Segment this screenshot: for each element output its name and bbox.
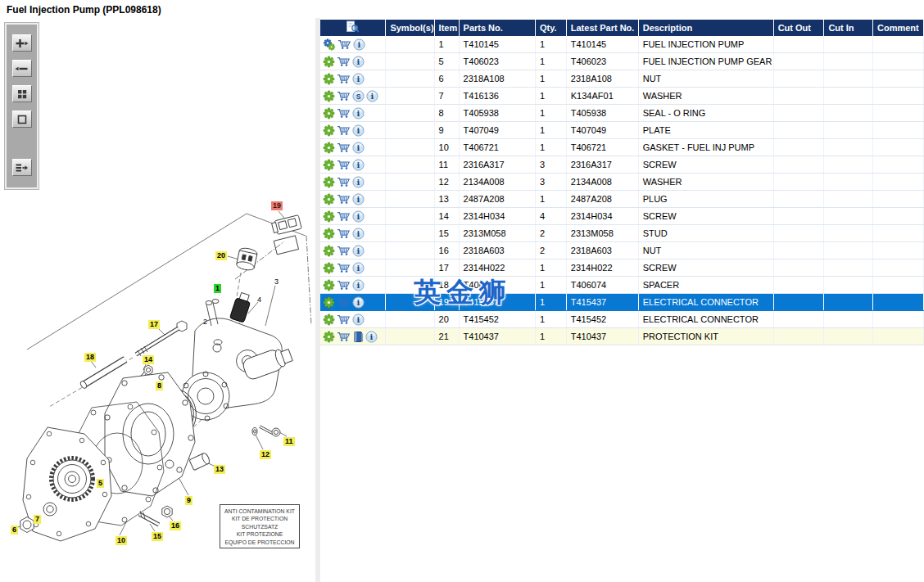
info-icon[interactable]: i — [353, 38, 365, 51]
col-header-qty[interactable]: Qty. — [535, 20, 566, 36]
add-to-cart-icon[interactable] — [337, 279, 351, 291]
options-gear-icon[interactable] — [323, 210, 335, 223]
add-to-cart-icon[interactable] — [337, 142, 351, 154]
options-gear-icon[interactable] — [323, 56, 335, 68]
callout-7[interactable]: 7 — [34, 515, 41, 524]
options-gear-icon[interactable] — [323, 331, 335, 343]
single-view-button[interactable] — [12, 111, 32, 128]
tile-view-button[interactable] — [12, 85, 32, 102]
parts-row-20[interactable]: i 20T4154521T415452ELECTRICAL CONNECTOR — [320, 311, 924, 328]
options-gear-icon[interactable] — [323, 142, 335, 154]
parts-row-18[interactable]: i 18T4060741T406074SPACER — [320, 277, 924, 294]
zoom-in-button[interactable] — [12, 34, 32, 52]
add-to-cart-icon[interactable] — [337, 193, 351, 205]
info-icon[interactable]: i — [352, 245, 365, 257]
info-icon[interactable]: i — [352, 228, 365, 240]
add-to-cart-icon[interactable] — [337, 245, 351, 257]
col-header-cut-in[interactable]: Cut In — [824, 20, 873, 36]
info-icon[interactable]: i — [352, 193, 365, 205]
options-gear-icon[interactable] — [323, 176, 335, 188]
info-icon[interactable]: i — [352, 176, 365, 188]
supersession-badge-icon[interactable]: S — [352, 90, 365, 102]
parts-row-14[interactable]: i 142314H03442314H034SCREW — [320, 208, 924, 225]
parts-row-17[interactable]: i 172314H02212314H022SCREW — [320, 259, 924, 277]
options-gear-icon[interactable] — [323, 90, 335, 102]
info-icon[interactable]: i — [352, 210, 365, 223]
info-icon[interactable]: i — [352, 314, 365, 326]
add-to-cart-icon[interactable] — [337, 56, 351, 68]
col-header-cut-out[interactable]: Cut Out — [773, 20, 824, 36]
callout-15[interactable]: 15 — [152, 532, 163, 541]
callout-13[interactable]: 13 — [214, 465, 225, 474]
col-header-description[interactable]: Description — [638, 20, 773, 36]
add-to-cart-icon[interactable] — [337, 296, 351, 309]
info-icon[interactable]: i — [365, 331, 378, 343]
add-to-cart-icon[interactable] — [337, 331, 351, 343]
info-icon[interactable]: i — [352, 159, 365, 171]
callout-3[interactable]: 3 — [273, 277, 280, 286]
callout-9[interactable]: 9 — [185, 496, 192, 505]
info-icon[interactable]: i — [352, 56, 365, 68]
parts-row-21[interactable]: i 21T4104371T410437PROTECTION KIT — [320, 328, 924, 345]
options-gear-icon[interactable] — [323, 193, 335, 205]
parts-row-13[interactable]: i 132487A20812487A208PLUG — [320, 191, 924, 208]
parts-row-5[interactable]: i 5T4060231T406023FUEL INJECTION PUMP GE… — [320, 53, 924, 70]
info-icon[interactable]: i — [352, 279, 365, 291]
options-gear-icon[interactable] — [323, 279, 335, 291]
send-to-list-button[interactable] — [12, 159, 32, 176]
add-to-cart-icon[interactable] — [337, 90, 351, 102]
options-gear-icon[interactable] — [323, 296, 335, 309]
callout-11[interactable]: 11 — [283, 437, 295, 446]
options-gear-icon[interactable] — [323, 107, 335, 120]
col-header-comment[interactable]: Comment — [873, 20, 924, 36]
zoom-out-button[interactable] — [12, 60, 32, 77]
info-icon[interactable]: i — [352, 124, 365, 137]
parts-row-1[interactable]: i 1T4101451T410145FUEL INJECTION PUMP — [320, 36, 924, 53]
parts-row-15[interactable]: i 152313M05822313M058STUD — [320, 225, 924, 242]
add-to-cart-icon[interactable] — [337, 107, 351, 120]
add-to-cart-icon[interactable] — [337, 314, 351, 326]
callout-12[interactable]: 12 — [260, 450, 271, 459]
parts-row-8[interactable]: i 8T4059381T405938SEAL - O RING — [320, 105, 924, 122]
parts-row-9[interactable]: i 9T4070491T407049PLATE — [320, 122, 924, 139]
options-gear-icon[interactable] — [323, 159, 335, 171]
col-header-actions[interactable] — [320, 20, 386, 36]
parts-row-12[interactable]: i 122134A00832134A008WASHER — [320, 174, 924, 191]
options-gear-icon[interactable] — [323, 245, 335, 257]
add-to-cart-icon[interactable] — [337, 124, 351, 137]
parts-row-16[interactable]: i 162318A60322318A603NUT — [320, 242, 924, 259]
add-to-cart-icon[interactable] — [337, 38, 351, 51]
options-gear-icon[interactable] — [323, 262, 335, 274]
callout-4[interactable]: 4 — [256, 296, 263, 305]
parts-row-6[interactable]: i 62318A10812318A108NUT — [320, 70, 924, 88]
info-icon[interactable]: i — [366, 90, 378, 102]
callout-16[interactable]: 16 — [170, 521, 181, 530]
callout-5[interactable]: 5 — [97, 479, 104, 488]
col-header-item[interactable]: Item — [434, 20, 459, 36]
assembly-gears-icon[interactable] — [323, 38, 336, 51]
info-icon[interactable]: i — [352, 73, 365, 85]
add-to-cart-icon[interactable] — [337, 210, 351, 223]
options-gear-icon[interactable] — [323, 228, 335, 240]
callout-10[interactable]: 10 — [116, 536, 127, 545]
add-to-cart-icon[interactable] — [337, 262, 351, 274]
callout-6[interactable]: 6 — [11, 526, 18, 535]
kit-book-icon[interactable] — [352, 331, 364, 343]
add-to-cart-icon[interactable] — [337, 228, 351, 240]
callout-8[interactable]: 8 — [156, 381, 163, 390]
options-gear-icon[interactable] — [323, 314, 335, 326]
parts-row-7[interactable]: S i 7T4161361K134AF01WASHER — [320, 88, 924, 105]
callout-20[interactable]: 20 — [215, 251, 227, 260]
info-icon[interactable]: i — [352, 296, 365, 309]
add-to-cart-icon[interactable] — [337, 159, 351, 171]
callout-1[interactable]: 1 — [214, 284, 221, 293]
options-gear-icon[interactable] — [323, 124, 335, 137]
col-header-parts-no[interactable]: Parts No. — [459, 20, 535, 36]
add-to-cart-icon[interactable] — [337, 176, 351, 188]
callout-19[interactable]: 19 — [271, 201, 283, 210]
info-icon[interactable]: i — [352, 262, 365, 274]
callout-17[interactable]: 17 — [148, 320, 160, 329]
info-icon[interactable]: i — [352, 107, 365, 120]
add-to-cart-icon[interactable] — [337, 73, 351, 85]
callout-14[interactable]: 14 — [143, 355, 154, 364]
